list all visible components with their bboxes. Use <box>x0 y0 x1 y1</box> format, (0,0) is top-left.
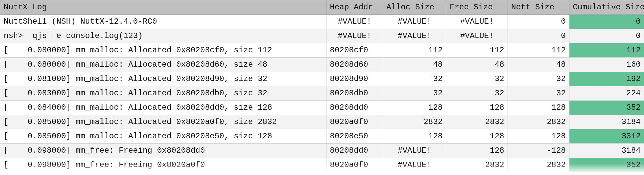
header-row: NuttX Log Heap Addr Alloc Size Free Size… <box>0 0 644 15</box>
cell-cumulative[interactable]: 352 <box>569 158 644 172</box>
cell-alloc[interactable]: #VALUE! <box>383 29 446 43</box>
cell-alloc[interactable]: #VALUE! <box>383 172 446 175</box>
table-row[interactable]: [ 0.083000] mm_malloc: Allocated 0x80208… <box>0 86 644 101</box>
cell-heap[interactable]: 80208e50 <box>326 129 383 144</box>
table-row[interactable]: NuttShell (NSH) NuttX-12.4.0-RC0#VALUE!#… <box>0 15 644 29</box>
cell-nett[interactable]: 128 <box>508 129 569 144</box>
cell-alloc[interactable]: #VALUE! <box>383 15 446 29</box>
cell-free[interactable]: 128 <box>446 129 508 144</box>
cell-free[interactable]: 32 <box>446 86 508 101</box>
cell-cumulative[interactable]: 3184 <box>569 144 644 158</box>
cell-cumulative[interactable]: 0 <box>569 15 644 29</box>
table-row[interactable]: [ 0.081000] mm_malloc: Allocated 0x80208… <box>0 72 644 86</box>
cell-nett[interactable]: 32 <box>508 86 569 101</box>
cell-alloc[interactable]: #VALUE! <box>383 158 446 172</box>
cell-free[interactable]: 128 <box>446 144 508 158</box>
cell-log[interactable]: [ 0.098000] mm_free: Freeing 0x80208dd0 <box>0 144 326 158</box>
cell-cumulative[interactable]: 352 <box>569 101 644 115</box>
cell-nett[interactable]: -128 <box>508 144 569 158</box>
col-header-cum[interactable]: Cumulative Size <box>569 0 644 15</box>
cell-alloc[interactable]: 128 <box>383 129 446 144</box>
cell-alloc[interactable]: 32 <box>383 72 446 86</box>
cell-heap[interactable]: #VALUE! <box>326 29 383 43</box>
table-row[interactable]: [ 0.085000] mm_malloc: Allocated 0x8020a… <box>0 115 644 129</box>
cell-log[interactable]: [ 0.080000] mm_malloc: Allocated 0x80208… <box>0 58 326 72</box>
table-row[interactable]: [ 0.084000] mm_malloc: Allocated 0x80208… <box>0 101 644 115</box>
cell-nett[interactable]: -32 <box>508 172 569 175</box>
cell-log[interactable]: [ 0.085000] mm_malloc: Allocated 0x80208… <box>0 129 326 144</box>
cell-free[interactable]: #VALUE! <box>446 15 508 29</box>
cell-nett[interactable]: 112 <box>508 43 569 58</box>
cell-alloc[interactable]: 128 <box>383 101 446 115</box>
cell-nett[interactable]: 0 <box>508 29 569 43</box>
cell-heap[interactable]: #VALUE! <box>326 15 383 29</box>
cell-log[interactable]: [ 0.084000] mm_malloc: Allocated 0x80208… <box>0 101 326 115</box>
cell-alloc[interactable]: 32 <box>383 86 446 101</box>
cell-free[interactable]: 2832 <box>446 158 508 172</box>
cell-cumulative[interactable]: 3312 <box>569 129 644 144</box>
cell-heap[interactable]: 80208d60 <box>326 58 383 72</box>
cell-cumulative[interactable]: 320 <box>569 172 644 175</box>
table-row[interactable]: [ 0.085000] mm_malloc: Allocated 0x80208… <box>0 129 644 144</box>
cell-alloc[interactable]: 112 <box>383 43 446 58</box>
table-row[interactable]: [ 0.099000] mm_free: Freeing 0x80208db08… <box>0 172 644 175</box>
cell-cumulative[interactable]: 112 <box>569 43 644 58</box>
cell-cumulative[interactable]: 160 <box>569 58 644 72</box>
cell-heap[interactable]: 8020a0f0 <box>326 115 383 129</box>
cell-nett[interactable]: 32 <box>508 72 569 86</box>
cell-log[interactable]: [ 0.085000] mm_malloc: Allocated 0x8020a… <box>0 115 326 129</box>
cell-heap[interactable]: 80208cf0 <box>326 43 383 58</box>
col-header-log[interactable]: NuttX Log <box>0 0 326 15</box>
spreadsheet-viewport: NuttX Log Heap Addr Alloc Size Free Size… <box>0 0 644 175</box>
col-header-nett[interactable]: Nett Size <box>508 0 569 15</box>
cell-log[interactable]: [ 0.099000] mm_free: Freeing 0x80208db0 <box>0 172 326 175</box>
cell-cumulative[interactable]: 0 <box>569 29 644 43</box>
cell-alloc[interactable]: 2832 <box>383 115 446 129</box>
table-row[interactable]: nsh> qjs -e console.log(123)#VALUE!#VALU… <box>0 29 644 43</box>
cell-free[interactable]: 32 <box>446 172 508 175</box>
cell-free[interactable]: 112 <box>446 43 508 58</box>
cell-nett[interactable]: 48 <box>508 58 569 72</box>
col-header-alloc[interactable]: Alloc Size <box>383 0 446 15</box>
cell-log[interactable]: [ 0.081000] mm_malloc: Allocated 0x80208… <box>0 72 326 86</box>
cell-cumulative[interactable]: 192 <box>569 72 644 86</box>
cell-nett[interactable]: 2832 <box>508 115 569 129</box>
cell-alloc[interactable]: 48 <box>383 58 446 72</box>
cell-heap[interactable]: 80208dd0 <box>326 101 383 115</box>
cell-free[interactable]: 128 <box>446 101 508 115</box>
table-row[interactable]: [ 0.080000] mm_malloc: Allocated 0x80208… <box>0 58 644 72</box>
cell-heap[interactable]: 80208db0 <box>326 172 383 175</box>
cell-free[interactable]: 2832 <box>446 115 508 129</box>
table-row[interactable]: [ 0.080000] mm_malloc: Allocated 0x80208… <box>0 43 644 58</box>
cell-log[interactable]: NuttShell (NSH) NuttX-12.4.0-RC0 <box>0 15 326 29</box>
cell-free[interactable]: 48 <box>446 58 508 72</box>
cell-cumulative[interactable]: 3184 <box>569 115 644 129</box>
data-table: NuttX Log Heap Addr Alloc Size Free Size… <box>0 0 644 175</box>
table-row[interactable]: [ 0.098000] mm_free: Freeing 0x8020a0f08… <box>0 158 644 172</box>
cell-nett[interactable]: -2832 <box>508 158 569 172</box>
cell-log[interactable]: [ 0.098000] mm_free: Freeing 0x8020a0f0 <box>0 158 326 172</box>
cell-heap[interactable]: 80208db0 <box>326 86 383 101</box>
col-header-heap[interactable]: Heap Addr <box>326 0 383 15</box>
cell-nett[interactable]: 128 <box>508 101 569 115</box>
col-header-free[interactable]: Free Size <box>446 0 508 15</box>
cell-free[interactable]: 32 <box>446 72 508 86</box>
cell-nett[interactable]: 0 <box>508 15 569 29</box>
cell-cumulative[interactable]: 224 <box>569 86 644 101</box>
table-body: NuttShell (NSH) NuttX-12.4.0-RC0#VALUE!#… <box>0 15 644 175</box>
table-row[interactable]: [ 0.098000] mm_free: Freeing 0x80208dd08… <box>0 144 644 158</box>
cell-log[interactable]: nsh> qjs -e console.log(123) <box>0 29 326 43</box>
cell-heap[interactable]: 80208d90 <box>326 72 383 86</box>
cell-alloc[interactable]: #VALUE! <box>383 144 446 158</box>
cell-heap[interactable]: 80208dd0 <box>326 144 383 158</box>
cell-heap[interactable]: 8020a0f0 <box>326 158 383 172</box>
cell-log[interactable]: [ 0.083000] mm_malloc: Allocated 0x80208… <box>0 86 326 101</box>
cell-log[interactable]: [ 0.080000] mm_malloc: Allocated 0x80208… <box>0 43 326 58</box>
cell-free[interactable]: #VALUE! <box>446 29 508 43</box>
